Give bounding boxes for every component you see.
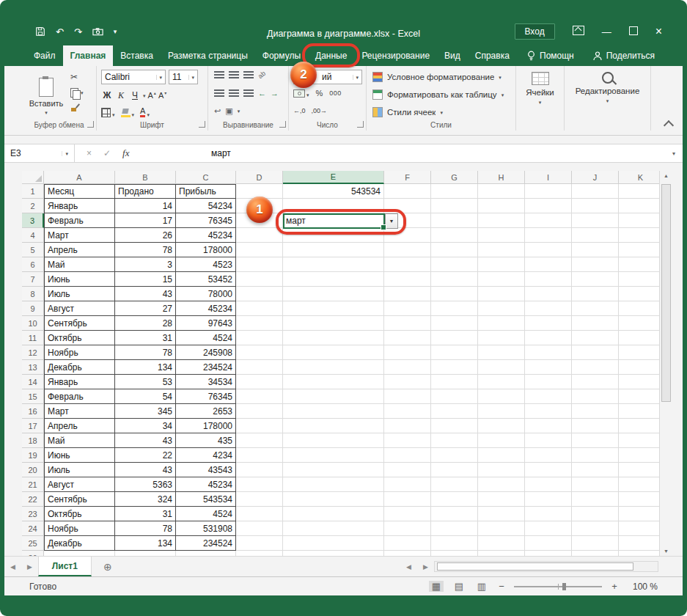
- cell-A12[interactable]: Ноябрь: [44, 345, 115, 360]
- cell-G21[interactable]: [431, 477, 478, 492]
- cell-D6[interactable]: [236, 257, 283, 272]
- cell-I20[interactable]: [525, 463, 572, 477]
- tab-Вставка[interactable]: Вставка: [113, 45, 161, 66]
- insert-function-button[interactable]: fx: [122, 147, 129, 159]
- cell-F17[interactable]: [384, 419, 431, 433]
- cell-J8[interactable]: [572, 287, 619, 301]
- cell-C24[interactable]: 531908: [176, 521, 236, 536]
- cell-B18[interactable]: 43: [115, 433, 176, 448]
- cell-H23[interactable]: [478, 507, 525, 521]
- row-header-25[interactable]: 25: [22, 536, 44, 551]
- tab-Главная[interactable]: Главная: [63, 45, 114, 66]
- cell-B23[interactable]: 31: [115, 507, 176, 521]
- row-header-4[interactable]: 4: [22, 228, 44, 243]
- percent-style-button[interactable]: %: [316, 89, 323, 98]
- cell-K25[interactable]: [619, 536, 659, 551]
- row-header-9[interactable]: 9: [22, 301, 44, 316]
- cell-C26[interactable]: [176, 551, 236, 556]
- hscroll-thumb[interactable]: [437, 562, 633, 571]
- align-middle-button[interactable]: [229, 71, 239, 78]
- cell-D17[interactable]: [236, 419, 283, 433]
- cell-F22[interactable]: [384, 492, 431, 507]
- cell-I24[interactable]: [525, 521, 572, 536]
- cell-D7[interactable]: [236, 272, 283, 287]
- cell-J15[interactable]: [572, 389, 619, 404]
- format-painter-button[interactable]: [70, 103, 84, 112]
- cell-K19[interactable]: [619, 448, 659, 463]
- cell-E19[interactable]: [283, 448, 384, 463]
- cell-H1[interactable]: [478, 184, 525, 199]
- cell-H12[interactable]: [478, 345, 525, 360]
- assistant-button[interactable]: Помощн: [527, 51, 574, 61]
- cell-B6[interactable]: 3: [115, 257, 176, 272]
- cell-C8[interactable]: 78000: [176, 287, 236, 301]
- row-header-19[interactable]: 19: [22, 448, 44, 463]
- row-header-2[interactable]: 2: [22, 199, 44, 213]
- cell-K16[interactable]: [619, 404, 659, 419]
- cell-K23[interactable]: [619, 507, 659, 521]
- cell-E18[interactable]: [283, 433, 384, 448]
- cell-H10[interactable]: [478, 316, 525, 331]
- cell-A17[interactable]: Апрель: [44, 419, 115, 433]
- cell-I14[interactable]: [525, 375, 572, 389]
- cell-A11[interactable]: Октябрь: [44, 331, 115, 345]
- cell-K24[interactable]: [619, 521, 659, 536]
- hscroll-left-icon[interactable]: ◀: [400, 563, 417, 571]
- cell-A4[interactable]: Март: [44, 228, 115, 243]
- cell-G14[interactable]: [431, 375, 478, 389]
- vertical-scrollbar[interactable]: ▲ ▼: [659, 171, 672, 556]
- cell-I3[interactable]: [525, 213, 572, 228]
- cell-H21[interactable]: [478, 477, 525, 492]
- increase-decimal-button[interactable]: ←,0: [293, 107, 306, 114]
- editing-button[interactable]: Редактирование ▾: [565, 72, 650, 103]
- column-header-K[interactable]: K: [619, 171, 659, 184]
- zoom-thumb[interactable]: [562, 583, 566, 590]
- cell-B5[interactable]: 78: [115, 243, 176, 257]
- cell-E15[interactable]: [283, 389, 384, 404]
- comma-style-button[interactable]: 000: [329, 89, 342, 97]
- cell-D14[interactable]: [236, 375, 283, 389]
- cell-I8[interactable]: [525, 287, 572, 301]
- cancel-entry-button[interactable]: ×: [87, 148, 92, 158]
- cell-B10[interactable]: 28: [115, 316, 176, 331]
- vscroll-thumb[interactable]: [661, 184, 671, 402]
- cell-E9[interactable]: [283, 301, 384, 316]
- cell-C9[interactable]: 45234: [176, 301, 236, 316]
- cell-A21[interactable]: Август: [44, 477, 115, 492]
- row-header-15[interactable]: 15: [22, 389, 44, 404]
- cell-B1[interactable]: Продано: [115, 184, 176, 199]
- column-header-C[interactable]: C: [176, 171, 236, 184]
- align-center-button[interactable]: [229, 89, 239, 97]
- cell-D9[interactable]: [236, 301, 283, 316]
- cell-H20[interactable]: [478, 463, 525, 477]
- cell-D23[interactable]: [236, 507, 283, 521]
- cell-D18[interactable]: [236, 433, 283, 448]
- cell-B9[interactable]: 27: [115, 301, 176, 316]
- cell-styles-button[interactable]: Стили ячеек ▾: [372, 104, 513, 120]
- row-header-18[interactable]: 18: [22, 433, 44, 448]
- sign-in-button[interactable]: Вход: [515, 23, 555, 40]
- cell-J7[interactable]: [572, 272, 619, 287]
- column-header-D[interactable]: D: [236, 171, 283, 184]
- cell-C16[interactable]: 2653: [176, 404, 236, 419]
- column-header-F[interactable]: F: [384, 171, 431, 184]
- cell-D16[interactable]: [236, 404, 283, 419]
- cell-F8[interactable]: [384, 287, 431, 301]
- cell-G26[interactable]: [431, 551, 478, 556]
- cell-F4[interactable]: [384, 228, 431, 243]
- cell-I9[interactable]: [525, 301, 572, 316]
- cell-A3[interactable]: Февраль: [44, 213, 115, 228]
- tab-Файл[interactable]: Файл: [26, 45, 63, 66]
- cell-J20[interactable]: [572, 463, 619, 477]
- align-right-button[interactable]: [243, 89, 254, 97]
- cell-H26[interactable]: [478, 551, 525, 556]
- cell-I7[interactable]: [525, 272, 572, 287]
- cell-B8[interactable]: 43: [115, 287, 176, 301]
- cell-K6[interactable]: [619, 257, 659, 272]
- cell-C20[interactable]: 43543: [176, 463, 236, 477]
- cell-E26[interactable]: [283, 551, 384, 556]
- cell-K20[interactable]: [619, 463, 659, 477]
- cells-button[interactable]: Ячейки ▾: [516, 72, 564, 105]
- cell-G20[interactable]: [431, 463, 478, 477]
- column-header-B[interactable]: B: [115, 171, 176, 184]
